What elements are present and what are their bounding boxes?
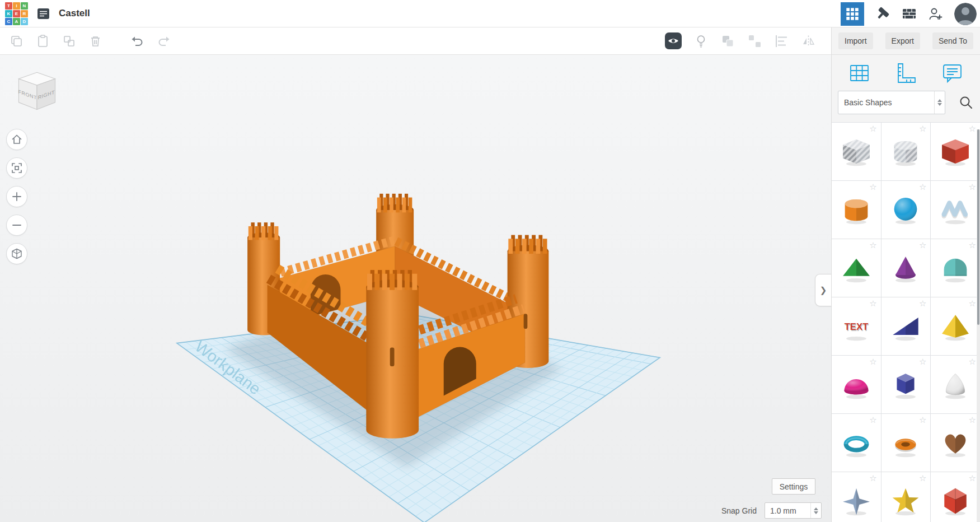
export-button[interactable]: Export xyxy=(885,32,920,49)
shape-tile-cylinder-hole[interactable]: ☆ xyxy=(881,123,931,180)
favorite-star-icon[interactable]: ☆ xyxy=(869,357,876,366)
wedge-icon xyxy=(889,311,922,342)
viewport-canvas[interactable]: Workplane xyxy=(0,55,831,522)
logo-tile-A: A xyxy=(13,18,20,25)
search-icon[interactable] xyxy=(959,95,973,110)
viewport[interactable]: Workplane FRONT RIGHT xyxy=(0,55,831,522)
avatar[interactable] xyxy=(954,3,977,25)
lightbulb-icon[interactable] xyxy=(693,34,709,49)
shape-tile-polygon[interactable]: ☆ xyxy=(881,356,931,413)
favorite-star-icon[interactable]: ☆ xyxy=(969,299,976,307)
shape-tile-torus[interactable]: ☆ xyxy=(832,414,881,472)
toolbar: Import Export Send To xyxy=(0,27,980,55)
settings-button[interactable]: Settings xyxy=(772,478,815,495)
copy-icon[interactable] xyxy=(9,34,24,49)
shape-tile-cylinder[interactable]: ☆ xyxy=(832,181,881,239)
panel-scrollbar[interactable] xyxy=(977,129,980,522)
favorite-star-icon[interactable]: ☆ xyxy=(869,183,876,191)
ortho-view-icon[interactable] xyxy=(6,243,27,264)
category-stepper[interactable] xyxy=(934,91,945,114)
roof-icon xyxy=(840,253,873,283)
favorite-star-icon[interactable]: ☆ xyxy=(969,124,976,133)
duplicate-icon[interactable] xyxy=(62,34,77,49)
snap-grid-stepper[interactable] xyxy=(810,503,821,518)
shape-tile-half-sphere[interactable]: ☆ xyxy=(832,356,881,413)
shape-tile-cone[interactable]: ☆ xyxy=(881,239,931,297)
logo-tile-T: T xyxy=(5,2,12,10)
delete-icon[interactable] xyxy=(88,34,103,49)
favorite-star-icon[interactable]: ☆ xyxy=(869,474,876,482)
shape-tile-star5[interactable]: ☆ xyxy=(881,472,931,522)
ungroup-icon[interactable] xyxy=(747,34,762,49)
favorite-star-icon[interactable]: ☆ xyxy=(919,183,926,191)
snap-grid-control: Snap Grid 1.0 mm xyxy=(721,502,822,519)
shape-tile-pyramid[interactable]: ☆ xyxy=(931,297,980,355)
shape-tile-star4[interactable]: ☆ xyxy=(832,472,881,522)
ruler-tab-icon[interactable] xyxy=(893,60,918,86)
topbar-actions xyxy=(841,0,977,27)
favorite-star-icon[interactable]: ☆ xyxy=(919,241,926,249)
shape-category-select[interactable]: Basic Shapes xyxy=(838,91,945,114)
view-cube[interactable]: FRONT RIGHT xyxy=(14,69,60,116)
shape-tile-icosahedron[interactable]: ☆ xyxy=(931,472,980,522)
shape-tile-heart[interactable]: ☆ xyxy=(931,414,980,472)
show-all-icon[interactable] xyxy=(665,32,682,49)
import-button[interactable]: Import xyxy=(838,32,873,49)
logo-tile-K: K xyxy=(5,10,12,17)
favorite-star-icon[interactable]: ☆ xyxy=(969,183,976,191)
shape-tile-roof[interactable]: ☆ xyxy=(832,239,881,297)
group-icon[interactable] xyxy=(720,34,735,49)
add-person-icon[interactable] xyxy=(928,6,943,21)
favorite-star-icon[interactable]: ☆ xyxy=(919,474,926,482)
favorite-star-icon[interactable]: ☆ xyxy=(969,357,976,366)
panel-tabs xyxy=(832,55,980,91)
favorite-star-icon[interactable]: ☆ xyxy=(869,299,876,307)
stepper-up-icon[interactable] xyxy=(814,507,818,510)
fit-view-icon[interactable] xyxy=(6,157,27,179)
tinkercad-logo[interactable]: TINKERCAD xyxy=(5,2,28,25)
send-to-button[interactable]: Send To xyxy=(932,32,973,49)
notes-tab-icon[interactable] xyxy=(940,60,965,86)
favorite-star-icon[interactable]: ☆ xyxy=(869,241,876,249)
shape-tile-box-hole[interactable]: ☆ xyxy=(832,123,881,180)
favorite-star-icon[interactable]: ☆ xyxy=(969,241,976,249)
favorite-star-icon[interactable]: ☆ xyxy=(869,416,876,424)
zoom-out-icon[interactable] xyxy=(6,215,27,236)
logo-tile-R: R xyxy=(21,10,28,17)
favorite-star-icon[interactable]: ☆ xyxy=(919,124,926,133)
shape-tile-scribble[interactable]: ☆ xyxy=(931,181,980,239)
bricks-icon[interactable] xyxy=(902,6,917,21)
panel-collapse-handle[interactable]: ❯ xyxy=(815,274,831,306)
favorite-star-icon[interactable]: ☆ xyxy=(919,357,926,366)
cylinder-hole-icon xyxy=(889,136,922,167)
favorite-star-icon[interactable]: ☆ xyxy=(969,416,976,424)
snap-grid-select[interactable]: 1.0 mm xyxy=(765,502,822,519)
stepper-down-icon[interactable] xyxy=(814,511,818,514)
favorite-star-icon[interactable]: ☆ xyxy=(919,299,926,307)
shape-tile-box[interactable]: ☆ xyxy=(931,123,980,180)
logo-tile-N: N xyxy=(21,2,28,10)
home-icon[interactable] xyxy=(6,129,27,150)
favorite-star-icon[interactable]: ☆ xyxy=(869,124,876,133)
redo-icon[interactable] xyxy=(156,34,171,49)
shape-tile-wedge[interactable]: ☆ xyxy=(881,297,931,355)
undo-icon[interactable] xyxy=(130,34,145,49)
shape-tile-sphere[interactable]: ☆ xyxy=(881,181,931,239)
shape-tile-text[interactable]: TEXTTEXT☆ xyxy=(832,297,881,355)
sculpt-hammer-icon[interactable] xyxy=(875,6,890,21)
align-icon[interactable] xyxy=(774,34,789,49)
stepper-down-icon[interactable] xyxy=(937,103,942,106)
paste-icon[interactable] xyxy=(35,34,50,49)
shape-tile-round-roof[interactable]: ☆ xyxy=(931,239,980,297)
shape-tile-paraboloid[interactable]: ☆ xyxy=(931,356,980,413)
design-menu-icon[interactable] xyxy=(36,6,51,21)
stepper-up-icon[interactable] xyxy=(937,99,942,102)
mirror-icon[interactable] xyxy=(801,34,816,49)
favorite-star-icon[interactable]: ☆ xyxy=(969,474,976,482)
workplane-tab-icon[interactable] xyxy=(847,60,872,86)
zoom-in-icon[interactable] xyxy=(6,186,27,207)
favorite-star-icon[interactable]: ☆ xyxy=(919,416,926,424)
scrollbar-thumb[interactable] xyxy=(977,129,979,325)
blocks-editor-icon[interactable] xyxy=(841,2,864,26)
shape-tile-tube[interactable]: ☆ xyxy=(881,414,931,472)
